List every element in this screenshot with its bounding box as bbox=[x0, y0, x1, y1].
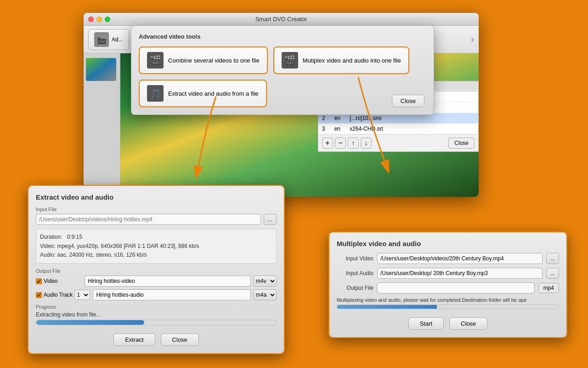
info-video: Video: mpeg4, yuv420p, 640x368 [PAR 1:1 … bbox=[40, 242, 272, 251]
adv-dialog-title: Advanced video tools bbox=[139, 33, 426, 40]
output-file-label: Output File bbox=[337, 285, 373, 291]
multiplex-label: Mutiplex video and audio into one file bbox=[303, 57, 401, 64]
close-table-button[interactable]: Close bbox=[448, 138, 475, 149]
multiplex-close-btn[interactable]: Close bbox=[449, 317, 487, 330]
progress-status: Extracting video from file... bbox=[36, 311, 277, 318]
audio-checkbox[interactable] bbox=[36, 292, 42, 298]
multiplex-status: Multiplexing video and audio, please wai… bbox=[337, 297, 559, 303]
audio-track-label: Audio Track bbox=[44, 292, 73, 298]
extract-label: Extract video and audio from a file bbox=[168, 90, 259, 97]
browse-audio-button[interactable]: ... bbox=[546, 268, 559, 279]
video-checkbox[interactable] bbox=[36, 278, 42, 284]
thumbnail-image bbox=[86, 58, 116, 81]
add-row-button[interactable]: + bbox=[322, 138, 333, 149]
combine-icon: 🎬 bbox=[147, 52, 164, 69]
info-duration: Duration: 0:9:15 bbox=[40, 233, 272, 242]
adv-buttons-container: 🎬 Combine several videos to one file 🎬 M… bbox=[139, 46, 426, 107]
add-icon: 🎬 bbox=[94, 32, 109, 47]
remove-row-button[interactable]: − bbox=[335, 138, 346, 149]
input-audio-field[interactable] bbox=[377, 268, 543, 279]
audio-filename-input[interactable] bbox=[93, 289, 251, 300]
output-section: Video m4v Audio Track 1 2 m4a bbox=[36, 276, 277, 300]
browse-input-button[interactable]: ... bbox=[264, 214, 277, 225]
combine-videos-button[interactable]: 🎬 Combine several videos to one file bbox=[139, 46, 268, 74]
extract-dialog-title: Extract video and audio bbox=[36, 193, 277, 201]
input-video-label: Input Video bbox=[337, 255, 373, 262]
close-button[interactable] bbox=[88, 17, 94, 22]
progress-bar-fill bbox=[36, 320, 144, 325]
table-row[interactable]: 3 en x264-CHD.srt bbox=[318, 124, 478, 134]
input-video-field[interactable] bbox=[377, 253, 543, 264]
table-toolbar: + − ↑ ↓ Close bbox=[318, 134, 478, 151]
sidebar-thumbnail[interactable] bbox=[86, 58, 116, 81]
input-file-field[interactable] bbox=[36, 214, 261, 225]
traffic-lights bbox=[88, 17, 110, 22]
toolbar-add-label: Ad... bbox=[112, 36, 123, 43]
video-checkbox-label[interactable]: Video bbox=[36, 278, 82, 284]
output-file-label: Output File bbox=[36, 268, 277, 274]
sidebar bbox=[84, 53, 120, 197]
extract-btn[interactable]: Extract bbox=[113, 334, 155, 346]
combine-label: Combine several videos to one file bbox=[168, 57, 260, 64]
output-file-row: Output File mp4 bbox=[337, 282, 559, 293]
multiplex-dialog-title: Multiplex video and audio bbox=[337, 240, 559, 247]
audio-output-row: Audio Track 1 2 m4a bbox=[36, 289, 277, 300]
input-audio-label: Input Audio bbox=[337, 270, 373, 276]
input-file-row: ... bbox=[36, 214, 277, 225]
toolbar-add-btn[interactable]: 🎬 Ad... bbox=[88, 29, 129, 50]
multiplex-progress-bar bbox=[337, 305, 559, 309]
multiplex-video-audio-dialog: Multiplex video and audio Input Video ..… bbox=[328, 231, 567, 338]
move-up-button[interactable]: ↑ bbox=[348, 138, 359, 149]
audio-checkbox-label[interactable]: Audio Track 1 2 bbox=[36, 290, 90, 300]
input-file-label: Input File bbox=[36, 207, 277, 212]
extract-button[interactable]: 🎵 Extract video and audio from a file bbox=[139, 80, 267, 107]
audio-track-select[interactable]: 1 2 bbox=[74, 290, 90, 300]
video-filename-input[interactable] bbox=[85, 276, 251, 287]
multiplex-dialog-footer: Start Close bbox=[337, 314, 559, 330]
progress-bar-container bbox=[36, 320, 277, 325]
extract-dialog-footer: Extract Close bbox=[36, 330, 277, 346]
move-down-button[interactable]: ↓ bbox=[361, 138, 372, 149]
multiplex-icon: 🎬 bbox=[282, 52, 298, 69]
video-label: Video bbox=[44, 278, 57, 284]
start-btn[interactable]: Start bbox=[408, 317, 444, 330]
minimize-button[interactable] bbox=[96, 17, 102, 22]
extract-close-btn[interactable]: Close bbox=[161, 334, 199, 346]
input-audio-row: Input Audio ... bbox=[337, 268, 559, 279]
window-titlebar: Smart DVD Creator bbox=[84, 13, 479, 26]
advanced-video-tools-dialog: Advanced video tools 🎬 Combine several v… bbox=[131, 25, 434, 115]
adv-close-button[interactable]: Close bbox=[392, 95, 424, 107]
browse-video-button[interactable]: ... bbox=[546, 253, 559, 264]
file-info-box: Duration: 0:9:15 Video: mpeg4, yuv420p, … bbox=[36, 229, 277, 264]
progress-section: Extracting video from file... bbox=[36, 311, 277, 325]
output-file-field[interactable] bbox=[377, 282, 535, 293]
nav-arrow[interactable]: › bbox=[471, 34, 474, 46]
video-output-row: Video m4v bbox=[36, 276, 277, 287]
maximize-button[interactable] bbox=[105, 17, 110, 22]
input-video-row: Input Video ... bbox=[337, 253, 559, 264]
video-format-select[interactable]: m4v bbox=[254, 276, 277, 287]
multiplex-progress-fill bbox=[337, 305, 437, 309]
progress-label: Progress bbox=[36, 304, 277, 310]
info-audio: Audio: aac, 24000 Hz, stereo, s16, 126 k… bbox=[40, 251, 272, 259]
extract-icon: 🎵 bbox=[147, 85, 164, 102]
audio-format-select[interactable]: m4a bbox=[254, 289, 277, 300]
output-format-button[interactable]: mp4 bbox=[538, 283, 559, 293]
multiplex-button[interactable]: 🎬 Mutiplex video and audio into one file bbox=[273, 46, 409, 74]
window-title: Smart DVD Creator bbox=[255, 16, 307, 23]
extract-video-audio-dialog: Extract video and audio Input File ... D… bbox=[28, 185, 285, 354]
